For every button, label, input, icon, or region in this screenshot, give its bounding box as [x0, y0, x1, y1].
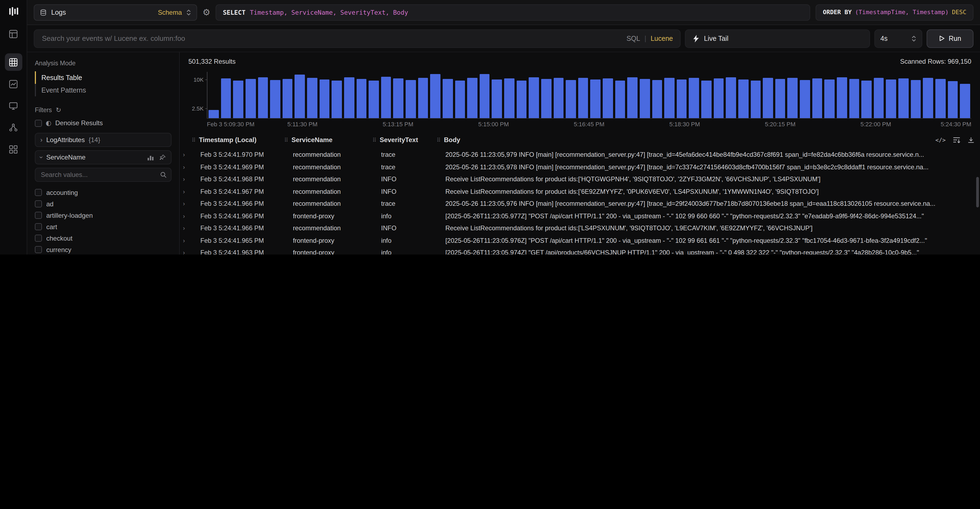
- nav-panels-icon[interactable]: [5, 25, 22, 43]
- histogram-bar[interactable]: [788, 78, 798, 118]
- orderby-clause-input[interactable]: ORDER BY (TimestampTime, Timestamp) DESC: [816, 4, 974, 21]
- histogram-bar[interactable]: [295, 75, 305, 118]
- histogram-bar[interactable]: [442, 79, 453, 118]
- histogram-bar[interactable]: [270, 80, 280, 118]
- log-row[interactable]: ›Feb 3 5:24:41.966 PMfrontend-proxyinfo[…: [180, 210, 980, 222]
- histogram-bar[interactable]: [960, 84, 970, 118]
- histogram-bar[interactable]: [923, 78, 933, 118]
- histogram-bar[interactable]: [208, 110, 219, 118]
- histogram-bar[interactable]: [578, 78, 588, 118]
- drag-handle-icon[interactable]: ⠿: [192, 137, 196, 143]
- row-expand-icon[interactable]: ›: [180, 176, 192, 183]
- checkbox[interactable]: [35, 200, 42, 207]
- histogram-bar[interactable]: [258, 77, 268, 118]
- histogram-bar[interactable]: [233, 80, 243, 118]
- histogram-bar[interactable]: [886, 80, 896, 118]
- nav-search-table-icon[interactable]: [5, 53, 22, 71]
- service-value-cart[interactable]: cart: [35, 221, 172, 232]
- logo[interactable]: [8, 6, 18, 16]
- checkbox[interactable]: [35, 212, 42, 219]
- histogram-bar[interactable]: [800, 80, 810, 118]
- histogram-bar[interactable]: [319, 80, 329, 118]
- mode-event-patterns[interactable]: Event Patterns: [35, 84, 172, 96]
- vertical-scrollbar[interactable]: [976, 177, 979, 207]
- pin-icon[interactable]: [159, 154, 166, 161]
- checkbox[interactable]: [35, 246, 42, 253]
- row-expand-icon[interactable]: ›: [180, 225, 192, 232]
- service-value-artillery-loadgen[interactable]: artillery-loadgen: [35, 210, 172, 221]
- mode-lucene[interactable]: Lucene: [651, 35, 673, 42]
- histogram-bar[interactable]: [713, 78, 724, 118]
- service-value-accounting[interactable]: accounting: [35, 187, 172, 198]
- histogram-bar[interactable]: [898, 78, 908, 118]
- col-timestamp[interactable]: ⠿ Timestamp (Local): [192, 136, 284, 144]
- log-row[interactable]: ›Feb 3 5:24:41.970 PMrecommendationtrace…: [180, 149, 980, 161]
- histogram-bar[interactable]: [430, 74, 441, 118]
- row-expand-icon[interactable]: ›: [180, 164, 192, 170]
- histogram-bar[interactable]: [245, 79, 256, 118]
- row-expand-icon[interactable]: ›: [180, 200, 192, 207]
- row-expand-icon[interactable]: ›: [180, 188, 192, 195]
- histogram-bar[interactable]: [824, 80, 835, 118]
- settings-gear-icon[interactable]: ⚙: [202, 7, 210, 17]
- histogram-bar[interactable]: [418, 78, 428, 118]
- drag-handle-icon[interactable]: ⠿: [284, 137, 288, 143]
- histogram-bar[interactable]: [652, 80, 662, 118]
- histogram-bar[interactable]: [369, 81, 379, 118]
- histogram-bar[interactable]: [332, 80, 342, 118]
- histogram-bar[interactable]: [283, 79, 293, 118]
- log-row[interactable]: ›Feb 3 5:24:41.969 PMrecommendationtrace…: [180, 161, 980, 173]
- mode-results-table[interactable]: Results Table: [35, 71, 172, 84]
- source-select[interactable]: Logs Schema: [34, 4, 197, 21]
- histogram-bar[interactable]: [935, 79, 945, 118]
- row-expand-icon[interactable]: ›: [180, 152, 192, 158]
- histogram-bar[interactable]: [307, 78, 317, 118]
- histogram-bar[interactable]: [406, 80, 416, 118]
- histogram-bar[interactable]: [504, 78, 514, 118]
- histogram-bar[interactable]: [516, 80, 527, 118]
- histogram-bar[interactable]: [812, 78, 822, 118]
- histogram-bar[interactable]: [381, 76, 391, 118]
- nav-dashboards-icon[interactable]: [5, 140, 22, 158]
- live-tail-button[interactable]: Live Tail: [685, 29, 870, 48]
- histogram-bar[interactable]: [344, 77, 354, 118]
- log-row[interactable]: ›Feb 3 5:24:41.968 PMrecommendationINFOR…: [180, 173, 980, 185]
- histogram-bar[interactable]: [738, 80, 748, 118]
- checkbox[interactable]: [35, 189, 42, 196]
- histogram-bar[interactable]: [455, 80, 465, 118]
- bar-chart-icon[interactable]: [147, 154, 154, 161]
- mode-sql[interactable]: SQL: [626, 35, 640, 42]
- histogram-bar[interactable]: [590, 80, 601, 118]
- histogram-bar[interactable]: [763, 78, 773, 118]
- histogram-bar[interactable]: [861, 80, 871, 118]
- checkbox[interactable]: [35, 235, 42, 242]
- filter-group-servicename[interactable]: › ServiceName: [35, 150, 172, 164]
- histogram-bar[interactable]: [480, 74, 490, 118]
- col-severitytext[interactable]: ⠿ SeverityText: [372, 136, 437, 144]
- nav-service-map-icon[interactable]: [5, 119, 22, 136]
- log-row[interactable]: ›Feb 3 5:24:41.965 PMfrontend-proxyinfo[…: [180, 234, 980, 247]
- histogram-bar[interactable]: [566, 80, 576, 118]
- drag-handle-icon[interactable]: ⠿: [437, 137, 441, 143]
- log-row[interactable]: ›Feb 3 5:24:41.966 PMrecommendationtrace…: [180, 197, 980, 210]
- log-row[interactable]: ›Feb 3 5:24:41.967 PMrecommendationINFOR…: [180, 185, 980, 197]
- histogram-bar[interactable]: [467, 78, 477, 118]
- histogram-bar[interactable]: [775, 79, 785, 118]
- drag-handle-icon[interactable]: ⠿: [372, 137, 377, 143]
- histogram-bar[interactable]: [874, 78, 884, 118]
- service-value-checkout[interactable]: checkout: [35, 232, 172, 244]
- histogram-bar[interactable]: [356, 79, 366, 118]
- histogram-bar[interactable]: [701, 80, 711, 118]
- histogram-plot[interactable]: 10K2.5K: [207, 72, 971, 119]
- col-body[interactable]: ⠿ Body </>: [437, 136, 975, 144]
- histogram-bar[interactable]: [689, 78, 699, 118]
- log-row[interactable]: ›Feb 3 5:24:41.966 PMrecommendationINFOR…: [180, 222, 980, 234]
- service-search-input[interactable]: [35, 168, 172, 182]
- histogram-bar[interactable]: [393, 78, 403, 118]
- histogram-bar[interactable]: [726, 77, 736, 118]
- histogram-bar[interactable]: [615, 81, 625, 118]
- histogram-bar[interactable]: [677, 80, 687, 118]
- histogram-bar[interactable]: [541, 79, 551, 118]
- row-expand-icon[interactable]: ›: [180, 213, 192, 220]
- service-value-currency[interactable]: currency: [35, 244, 172, 254]
